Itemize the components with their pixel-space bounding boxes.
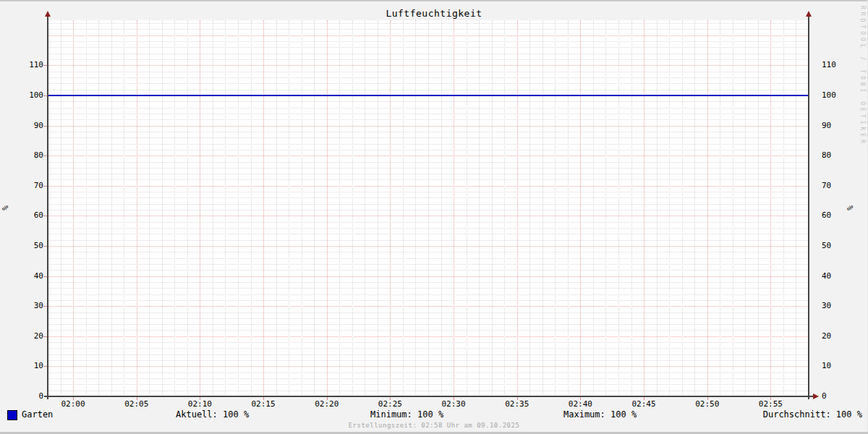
gridline-v-minor [669,20,670,396]
gridline-v-minor [276,20,277,396]
x-axis-tick [263,397,264,400]
x-axis-label: 02:40 [564,400,596,409]
gridline-v-major [137,20,137,396]
x-axis-tick [770,397,771,400]
gridline-v-major [200,20,200,396]
gridline-v-minor [149,20,150,396]
y-axis-label-right: 0 [822,392,851,401]
gridline-v-minor [162,20,163,396]
y-axis-label-right: 110 [822,61,851,69]
x-axis-tick [327,397,328,400]
gridline-v-minor [225,20,226,396]
y-axis-label-right: 90 [822,122,851,130]
y-axis-tick [43,336,47,337]
stat-maximum: Maximum: 100 % [563,409,637,420]
gridline-v-minor [555,20,556,396]
legend-series-label: Garten [22,409,53,420]
y-axis-tick [43,186,47,187]
x-axis-label: 02:45 [628,400,660,409]
series-line-garten [48,95,809,96]
plot-area [48,20,809,396]
gridline-v-minor [492,20,493,396]
gridline-v-minor [352,20,353,396]
x-axis-label: 02:30 [438,400,469,409]
gridline-v-minor [314,20,315,396]
gridline-v-major [580,20,581,396]
gridline-v-minor [86,20,87,396]
y-axis-label-left: 70 [14,182,43,190]
gridline-v-minor [631,20,632,396]
y-axis-label-right: 30 [822,302,851,310]
y-axis-label-right: 100 [822,91,851,100]
gridline-v-minor [796,20,796,396]
y-axis-right-arrow-icon [806,11,812,17]
y-axis-label-left: 30 [14,302,43,310]
gridline-v-minor [124,20,124,396]
gridline-v-major [770,20,771,396]
gridline-v-minor [479,20,480,396]
gridline-v-major [517,20,518,396]
x-axis-tick [454,397,454,400]
y-axis-tick [43,216,47,216]
x-axis-tick [137,397,137,400]
gridline-v-minor [783,20,784,396]
y-axis-label-right: 60 [822,211,851,220]
y-axis-label-right: 70 [822,182,851,190]
y-axis-tick [43,366,47,367]
x-axis-label: 02:35 [501,400,533,409]
legend-swatch-garten [7,410,17,420]
y-axis-label-right: 40 [822,272,851,281]
stat-minimum: Minimum: 100 % [370,409,443,420]
gridline-v-minor [403,20,404,396]
gridline-v-minor [467,20,467,396]
gridline-v-minor [415,20,416,396]
y-axis-label-left: 20 [14,332,43,341]
gridline-v-minor [238,20,239,396]
y-axis-unit-left: % [1,205,10,210]
y-axis-left-arrow-icon [45,11,51,17]
x-axis-tick [390,397,391,400]
y-axis-label-left: 10 [14,362,43,370]
gridline-v-minor [618,20,619,396]
y-axis-tick [43,246,47,247]
y-axis-tick [43,65,47,66]
x-axis-label: 02:25 [374,400,406,409]
creation-time-note: Erstellungszeit: 02:58 Uhr am 09.10.2025 [0,422,868,429]
gridline-v-minor [593,20,594,396]
gridline-v-minor [187,20,188,396]
x-axis-label: 02:20 [311,400,343,409]
gridline-v-minor [682,20,683,396]
y-axis-tick [43,95,47,96]
gridline-v-minor [365,20,365,396]
y-axis-tick [43,156,47,156]
gridline-v-minor [568,20,569,396]
gridline-v-minor [174,20,175,396]
y-axis-label-left: 80 [14,151,43,160]
y-axis-label-right: 50 [822,242,851,250]
legend-row: Garten Aktuell: 100 % Minimum: 100 % Max… [0,409,868,422]
gridline-v-minor [213,20,213,396]
y-axis-label-left: 90 [14,122,43,130]
gridline-v-minor [111,20,112,396]
gridline-v-minor [657,20,658,396]
x-axis-arrow-icon [813,393,819,399]
gridline-v-minor [504,20,505,396]
gridline-v-major [327,20,328,396]
x-axis-label: 02:50 [692,400,723,409]
rrdtool-graph: Luftfeuchtigkeit 00101020203030404050506… [0,0,868,434]
gridline-v-minor [758,20,759,396]
x-axis-line [44,396,813,397]
gridline-v-major [707,20,708,396]
gridline-v-minor [529,20,530,396]
gridline-v-minor [289,20,289,396]
x-axis-label: 02:10 [184,400,216,409]
x-axis-tick [200,397,200,400]
rrdtool-watermark: RRDTOOL / TOBI OETIKER [859,6,866,146]
y-axis-label-left: 0 [14,392,43,401]
gridline-v-major [644,20,644,396]
y-axis-label-right: 20 [822,332,851,341]
stat-aktuell: Aktuell: 100 % [176,409,249,420]
gridline-v-minor [339,20,340,396]
y-axis-tick [43,306,47,307]
y-axis-label-left: 40 [14,272,43,281]
